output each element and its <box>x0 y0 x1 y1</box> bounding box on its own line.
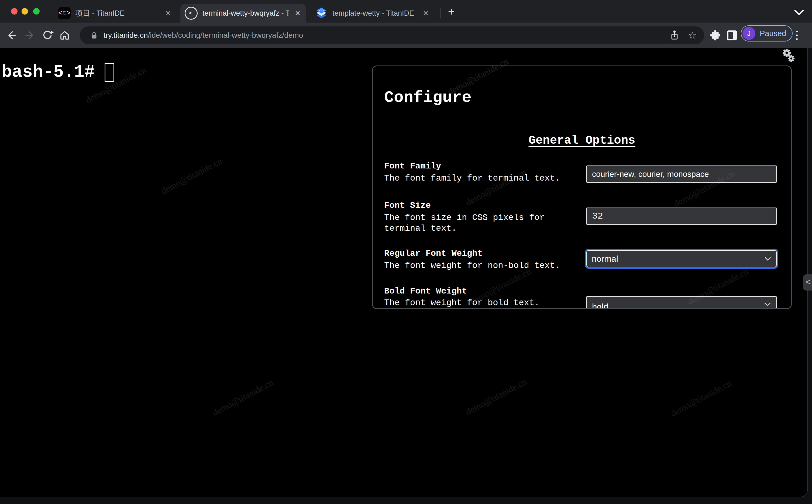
lock-icon[interactable] <box>90 31 99 40</box>
browser-menu-icon[interactable] <box>794 29 800 42</box>
tab-close-icon[interactable]: ✕ <box>164 9 172 18</box>
forward-icon[interactable] <box>23 29 36 42</box>
bold-font-weight-description: The font weight for bold text. <box>384 298 565 308</box>
tab-template-wetty[interactable]: </> template-wetty - TitanIDE ✕ <box>311 4 434 23</box>
tab-title: terminal-wetty-bwqryafz - Tita <box>202 9 289 18</box>
titanide-favicon: <t> <box>58 7 71 19</box>
profile-paused-pill[interactable]: J Paused <box>741 25 793 42</box>
regular-font-weight-select[interactable]: normal <box>586 250 777 267</box>
selected-value: bold <box>592 302 608 309</box>
panel-collapse-handle[interactable]: < <box>803 274 812 291</box>
tab-close-icon[interactable]: ✕ <box>294 9 302 18</box>
panel-title: Configure <box>384 88 472 107</box>
browser-window: <t> 项目 - TitanIDE ✕ >_ terminal-wetty-bw… <box>0 0 812 504</box>
font-family-description: The font family for terminal text. <box>384 173 565 184</box>
font-size-input[interactable] <box>586 208 777 225</box>
terminal-cursor <box>105 63 114 82</box>
configure-panel: Configure General Options Font Family Th… <box>372 65 792 309</box>
tab-project-titanide[interactable]: <t> 项目 - TitanIDE ✕ <box>54 4 177 23</box>
bold-font-weight-label: Bold Font Weight <box>384 286 467 296</box>
url-path: /ide/web/coding/terminal-wetty-bwqryafz/… <box>148 31 303 39</box>
chevron-left-icon: < <box>806 277 811 288</box>
url-bar[interactable]: try.titanide.cn/ide/web/coding/terminal-… <box>80 26 704 44</box>
chevron-down-icon <box>764 302 771 307</box>
bold-font-weight-select[interactable]: bold <box>586 296 777 309</box>
home-icon[interactable] <box>58 29 71 42</box>
terminal-prompt: bash-5.1# <box>2 63 105 82</box>
layers-favicon: </> <box>315 7 328 19</box>
tab-close-icon[interactable]: ✕ <box>422 9 430 18</box>
regular-font-weight-description: The font weight for non-bold text. <box>384 260 565 271</box>
settings-gears-icon[interactable] <box>780 47 797 65</box>
font-size-description: The font size in CSS pixels for terminal… <box>384 212 565 234</box>
section-heading: General Options <box>373 134 791 147</box>
regular-font-weight-label: Regular Font Weight <box>384 248 483 258</box>
profile-avatar[interactable]: J <box>742 27 755 40</box>
share-icon[interactable] <box>669 29 680 41</box>
window-close-button[interactable] <box>11 8 18 15</box>
bookmark-star-icon[interactable]: ☆ <box>688 30 697 40</box>
font-family-label: Font Family <box>384 161 441 171</box>
profile-status-label: Paused <box>760 29 786 38</box>
url-domain: try.titanide.cn <box>104 31 148 39</box>
tab-separator <box>440 8 441 18</box>
terminal-favicon: >_ <box>185 7 198 20</box>
font-size-label: Font Size <box>384 201 431 210</box>
browser-toolbar: try.titanide.cn/ide/web/coding/terminal-… <box>0 23 812 48</box>
new-tab-button[interactable]: + <box>444 5 458 19</box>
back-icon[interactable] <box>5 29 18 42</box>
window-minimize-button[interactable] <box>22 8 28 15</box>
font-family-input[interactable] <box>586 165 777 183</box>
window-zoom-button[interactable] <box>33 8 40 15</box>
tab-overflow-chevron-icon[interactable] <box>793 6 805 18</box>
extensions-puzzle-icon[interactable] <box>709 29 721 42</box>
tab-strip: <t> 项目 - TitanIDE ✕ >_ terminal-wetty-bw… <box>0 0 812 23</box>
side-panel-icon[interactable] <box>726 29 738 42</box>
selected-value: normal <box>592 254 618 264</box>
url-text: try.titanide.cn/ide/web/coding/terminal-… <box>104 31 303 40</box>
tab-title: 项目 - TitanIDE <box>75 8 125 18</box>
tab-terminal-wetty[interactable]: >_ terminal-wetty-bwqryafz - Tita ✕ <box>180 4 306 23</box>
reload-icon[interactable] <box>41 29 54 42</box>
tab-title: template-wetty - TitanIDE <box>332 9 414 18</box>
chevron-down-icon <box>764 256 771 261</box>
